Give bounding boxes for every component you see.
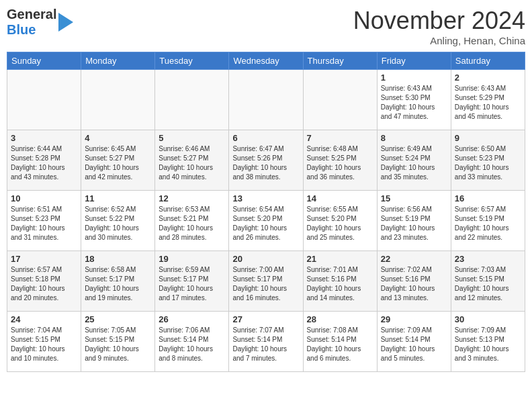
day-info: Sunrise: 6:51 AM Sunset: 5:23 PM Dayligh… xyxy=(11,205,77,242)
day-info: Sunrise: 6:54 AM Sunset: 5:20 PM Dayligh… xyxy=(232,205,299,242)
day-info: Sunrise: 7:04 AM Sunset: 5:15 PM Dayligh… xyxy=(11,326,77,363)
calendar-cell xyxy=(155,70,229,130)
day-number: 22 xyxy=(381,254,447,264)
calendar-cell: 29Sunrise: 7:09 AM Sunset: 5:14 PM Dayli… xyxy=(377,312,451,372)
day-number: 15 xyxy=(381,193,447,203)
calendar-cell: 23Sunrise: 7:03 AM Sunset: 5:15 PM Dayli… xyxy=(451,251,525,312)
logo-arrow-icon xyxy=(58,13,73,32)
day-number: 23 xyxy=(455,254,521,264)
calendar-body: 1Sunrise: 6:43 AM Sunset: 5:30 PM Daylig… xyxy=(7,70,525,372)
day-info: Sunrise: 7:00 AM Sunset: 5:17 PM Dayligh… xyxy=(232,265,299,303)
calendar-table: SundayMondayTuesdayWednesdayThursdayFrid… xyxy=(7,52,525,372)
day-info: Sunrise: 7:03 AM Sunset: 5:15 PM Dayligh… xyxy=(455,265,521,303)
day-number: 12 xyxy=(159,193,225,203)
day-number: 8 xyxy=(381,133,447,143)
day-number: 13 xyxy=(232,193,299,203)
calendar-cell: 15Sunrise: 6:56 AM Sunset: 5:19 PM Dayli… xyxy=(377,191,451,251)
day-number: 16 xyxy=(455,193,521,203)
weekday-header-monday: Monday xyxy=(81,52,155,70)
calendar-week-row: 3Sunrise: 6:44 AM Sunset: 5:28 PM Daylig… xyxy=(7,130,525,191)
month-title: November 2024 xyxy=(353,7,525,35)
calendar-cell xyxy=(229,70,303,130)
day-info: Sunrise: 6:46 AM Sunset: 5:27 PM Dayligh… xyxy=(159,144,225,182)
day-number: 7 xyxy=(307,133,373,143)
calendar-cell: 17Sunrise: 6:57 AM Sunset: 5:18 PM Dayli… xyxy=(7,251,81,312)
day-info: Sunrise: 7:07 AM Sunset: 5:14 PM Dayligh… xyxy=(232,326,299,363)
weekday-header-friday: Friday xyxy=(377,52,451,70)
day-number: 21 xyxy=(307,254,373,264)
calendar-cell xyxy=(7,70,81,130)
calendar-cell xyxy=(81,70,155,130)
calendar-cell: 4Sunrise: 6:45 AM Sunset: 5:27 PM Daylig… xyxy=(81,130,155,191)
day-info: Sunrise: 6:47 AM Sunset: 5:26 PM Dayligh… xyxy=(232,144,299,182)
day-info: Sunrise: 7:01 AM Sunset: 5:16 PM Dayligh… xyxy=(307,265,373,303)
calendar-cell: 20Sunrise: 7:00 AM Sunset: 5:17 PM Dayli… xyxy=(229,251,303,312)
title-block: November 2024 Anling, Henan, China xyxy=(353,7,525,46)
day-number: 29 xyxy=(381,314,447,324)
logo-general: General xyxy=(7,7,56,21)
calendar-cell: 12Sunrise: 6:53 AM Sunset: 5:21 PM Dayli… xyxy=(155,191,229,251)
calendar-cell: 10Sunrise: 6:51 AM Sunset: 5:23 PM Dayli… xyxy=(7,191,81,251)
day-number: 4 xyxy=(85,133,151,143)
calendar-cell: 5Sunrise: 6:46 AM Sunset: 5:27 PM Daylig… xyxy=(155,130,229,191)
calendar-cell: 22Sunrise: 7:02 AM Sunset: 5:16 PM Dayli… xyxy=(377,251,451,312)
day-info: Sunrise: 6:59 AM Sunset: 5:17 PM Dayligh… xyxy=(159,265,225,303)
day-info: Sunrise: 7:02 AM Sunset: 5:16 PM Dayligh… xyxy=(381,265,447,303)
calendar-cell: 19Sunrise: 6:59 AM Sunset: 5:17 PM Dayli… xyxy=(155,251,229,312)
day-number: 1 xyxy=(381,73,447,83)
day-number: 25 xyxy=(85,314,151,324)
day-info: Sunrise: 6:43 AM Sunset: 5:29 PM Dayligh… xyxy=(455,84,521,122)
calendar-cell: 14Sunrise: 6:55 AM Sunset: 5:20 PM Dayli… xyxy=(303,191,377,251)
calendar-cell: 11Sunrise: 6:52 AM Sunset: 5:22 PM Dayli… xyxy=(81,191,155,251)
day-number: 28 xyxy=(307,314,373,324)
calendar-cell: 30Sunrise: 7:09 AM Sunset: 5:13 PM Dayli… xyxy=(451,312,525,372)
day-number: 27 xyxy=(232,314,299,324)
day-number: 14 xyxy=(307,193,373,203)
logo: General Blue xyxy=(7,7,73,38)
day-number: 30 xyxy=(455,314,521,324)
calendar-cell: 26Sunrise: 7:06 AM Sunset: 5:14 PM Dayli… xyxy=(155,312,229,372)
day-number: 24 xyxy=(11,314,77,324)
weekday-header-row: SundayMondayTuesdayWednesdayThursdayFrid… xyxy=(7,52,525,70)
day-info: Sunrise: 6:48 AM Sunset: 5:25 PM Dayligh… xyxy=(307,144,373,182)
day-number: 20 xyxy=(232,254,299,264)
calendar-cell: 2Sunrise: 6:43 AM Sunset: 5:29 PM Daylig… xyxy=(451,70,525,130)
day-info: Sunrise: 6:58 AM Sunset: 5:17 PM Dayligh… xyxy=(85,265,151,303)
day-number: 17 xyxy=(11,254,77,264)
calendar-week-row: 17Sunrise: 6:57 AM Sunset: 5:18 PM Dayli… xyxy=(7,251,525,312)
day-info: Sunrise: 6:49 AM Sunset: 5:24 PM Dayligh… xyxy=(381,144,447,182)
calendar-week-row: 10Sunrise: 6:51 AM Sunset: 5:23 PM Dayli… xyxy=(7,191,525,251)
day-number: 19 xyxy=(159,254,225,264)
calendar-cell: 21Sunrise: 7:01 AM Sunset: 5:16 PM Dayli… xyxy=(303,251,377,312)
calendar-cell: 8Sunrise: 6:49 AM Sunset: 5:24 PM Daylig… xyxy=(377,130,451,191)
calendar-week-row: 24Sunrise: 7:04 AM Sunset: 5:15 PM Dayli… xyxy=(7,312,525,372)
day-info: Sunrise: 7:06 AM Sunset: 5:14 PM Dayligh… xyxy=(159,326,225,363)
weekday-header-saturday: Saturday xyxy=(451,52,525,70)
day-info: Sunrise: 7:05 AM Sunset: 5:15 PM Dayligh… xyxy=(85,326,151,363)
calendar-cell: 24Sunrise: 7:04 AM Sunset: 5:15 PM Dayli… xyxy=(7,312,81,372)
day-info: Sunrise: 6:44 AM Sunset: 5:28 PM Dayligh… xyxy=(11,144,77,182)
calendar-cell: 6Sunrise: 6:47 AM Sunset: 5:26 PM Daylig… xyxy=(229,130,303,191)
weekday-header-thursday: Thursday xyxy=(303,52,377,70)
day-number: 9 xyxy=(455,133,521,143)
calendar-cell: 27Sunrise: 7:07 AM Sunset: 5:14 PM Dayli… xyxy=(229,312,303,372)
weekday-header-tuesday: Tuesday xyxy=(155,52,229,70)
day-number: 18 xyxy=(85,254,151,264)
location: Anling, Henan, China xyxy=(353,35,525,46)
day-info: Sunrise: 7:09 AM Sunset: 5:13 PM Dayligh… xyxy=(455,326,521,363)
calendar-cell: 9Sunrise: 6:50 AM Sunset: 5:23 PM Daylig… xyxy=(451,130,525,191)
logo-text-block: General Blue xyxy=(7,7,73,38)
day-info: Sunrise: 6:57 AM Sunset: 5:19 PM Dayligh… xyxy=(455,205,521,242)
day-number: 10 xyxy=(11,193,77,203)
calendar-cell: 16Sunrise: 6:57 AM Sunset: 5:19 PM Dayli… xyxy=(451,191,525,251)
calendar-cell: 25Sunrise: 7:05 AM Sunset: 5:15 PM Dayli… xyxy=(81,312,155,372)
day-number: 5 xyxy=(159,133,225,143)
weekday-header-sunday: Sunday xyxy=(7,52,81,70)
day-number: 6 xyxy=(232,133,299,143)
day-info: Sunrise: 6:57 AM Sunset: 5:18 PM Dayligh… xyxy=(11,265,77,303)
weekday-header-wednesday: Wednesday xyxy=(229,52,303,70)
day-info: Sunrise: 7:08 AM Sunset: 5:14 PM Dayligh… xyxy=(307,326,373,363)
calendar-cell xyxy=(303,70,377,130)
day-number: 11 xyxy=(85,193,151,203)
day-number: 3 xyxy=(11,133,77,143)
